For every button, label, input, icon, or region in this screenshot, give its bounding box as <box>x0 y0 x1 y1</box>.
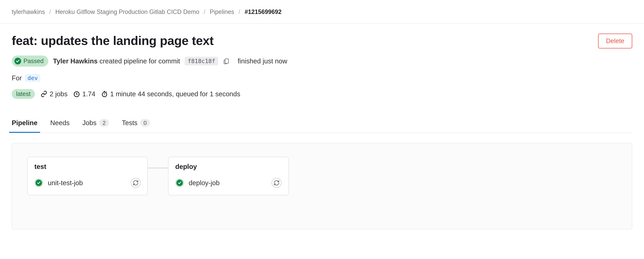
breadcrumb-separator: / <box>49 8 51 16</box>
delete-button[interactable]: Delete <box>598 34 632 48</box>
status-label: Passed <box>24 58 44 64</box>
job-name: unit-test-job <box>48 179 126 187</box>
tab-count: 0 <box>140 119 150 127</box>
page-title: feat: updates the landing page text <box>12 34 214 48</box>
clipboard-copy-icon[interactable] <box>223 58 230 64</box>
breadcrumb-separator: / <box>204 8 205 16</box>
status-badge[interactable]: Passed <box>12 56 48 66</box>
tab-jobs[interactable]: Jobs 2 <box>82 119 109 132</box>
stage-card: test unit-test-job <box>27 157 148 196</box>
tab-label: Pipeline <box>12 119 38 127</box>
commit-action-text: created pipeline for commit <box>100 57 180 65</box>
tab-pipeline[interactable]: Pipeline <box>12 119 38 132</box>
job-row[interactable]: deploy-job <box>175 178 282 188</box>
duration-stat: 1 minute 44 seconds, queued for 1 second… <box>101 90 240 98</box>
stage-name: test <box>34 163 141 170</box>
stopwatch-icon <box>101 90 108 97</box>
job-row[interactable]: unit-test-job <box>34 178 141 188</box>
retry-icon <box>274 180 280 186</box>
breadcrumb: tylerhawkins / Heroku Gitflow Staging Pr… <box>0 8 644 24</box>
link-icon <box>40 90 47 97</box>
for-label: For <box>12 74 22 82</box>
tab-label: Jobs <box>82 119 96 127</box>
clock-icon <box>73 90 80 97</box>
stage-connector <box>148 168 168 168</box>
tab-count: 2 <box>99 119 109 127</box>
tab-tests[interactable]: Tests 0 <box>122 119 150 132</box>
breadcrumb-item-user[interactable]: tylerhawkins <box>12 8 45 16</box>
jobs-count: 2 jobs <box>40 90 68 98</box>
tabs: Pipeline Needs Jobs 2 Tests 0 <box>12 119 632 133</box>
branch-chip[interactable]: dev <box>25 74 40 82</box>
latest-chip: latest <box>12 89 35 99</box>
breadcrumb-current: #1215699692 <box>245 8 282 16</box>
stats-line: latest 2 jobs 1.74 1 minute 44 seconds, … <box>12 89 632 99</box>
pipeline-meta: Passed Tyler Hawkins created pipeline fo… <box>12 56 632 66</box>
svg-rect-0 <box>225 59 228 64</box>
stage-name: deploy <box>175 163 282 170</box>
job-status-passed-icon <box>34 178 43 187</box>
retry-button[interactable] <box>272 178 282 188</box>
stage-card: deploy deploy-job <box>168 157 289 196</box>
job-status-passed-icon <box>175 178 184 187</box>
tab-label: Needs <box>50 119 70 127</box>
breadcrumb-item-project[interactable]: Heroku Gitflow Staging Production Gitlab… <box>55 8 199 16</box>
finished-text: finished just now <box>238 57 287 65</box>
commit-author[interactable]: Tyler Hawkins <box>53 57 98 65</box>
job-name: deploy-job <box>189 179 267 187</box>
breadcrumb-separator: / <box>239 8 240 16</box>
branch-line: For dev <box>12 74 632 82</box>
commit-sha[interactable]: f818c18f <box>185 57 218 66</box>
pipeline-graph: test unit-test-job deploy deploy-job <box>12 143 632 229</box>
tab-needs[interactable]: Needs <box>50 119 70 132</box>
check-circle-icon <box>14 58 21 64</box>
tab-label: Tests <box>122 119 137 127</box>
retry-button[interactable] <box>131 178 141 188</box>
retry-icon <box>133 180 139 186</box>
score-stat: 1.74 <box>73 90 96 98</box>
breadcrumb-item-pipelines[interactable]: Pipelines <box>210 8 234 16</box>
svg-point-2 <box>102 92 107 97</box>
